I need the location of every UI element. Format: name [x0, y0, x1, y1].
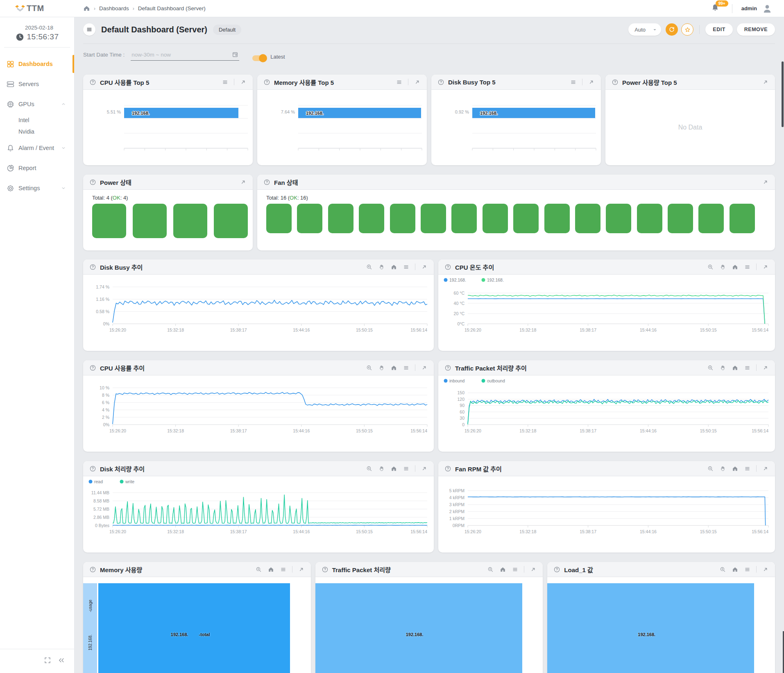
menu-icon[interactable] [222, 79, 229, 86]
help-icon[interactable] [322, 566, 329, 573]
status-square[interactable] [92, 204, 126, 238]
help-icon[interactable] [89, 79, 96, 86]
scrollbar-thumb[interactable] [782, 61, 784, 127]
help-icon[interactable] [263, 179, 270, 186]
menu-icon[interactable] [744, 465, 751, 472]
sidebar-item-nvidia[interactable]: Nvidia [0, 126, 74, 137]
home-icon[interactable] [732, 566, 739, 573]
sidebar-item-servers[interactable]: Servers [0, 75, 74, 93]
breadcrumb-dashboards[interactable]: Dashboards [99, 5, 129, 11]
expand-icon[interactable] [298, 566, 305, 573]
status-square[interactable] [575, 204, 600, 233]
treemap-strip[interactable]: -usage192.168. [83, 583, 97, 673]
home-icon[interactable] [732, 364, 739, 371]
home-icon[interactable] [390, 264, 397, 271]
menu-icon[interactable] [744, 364, 751, 371]
status-square[interactable] [637, 204, 662, 233]
status-square[interactable] [730, 204, 755, 233]
help-icon[interactable] [263, 79, 270, 86]
notifications-button[interactable]: 99+ [711, 3, 721, 14]
menu-icon[interactable] [744, 566, 751, 573]
status-square[interactable] [668, 204, 693, 233]
status-square[interactable] [513, 204, 539, 233]
home-icon[interactable] [390, 364, 397, 371]
zoom-in-icon[interactable] [707, 264, 714, 271]
expand-icon[interactable] [762, 566, 769, 573]
zoom-in-icon[interactable] [707, 465, 714, 472]
dashboard-list-button[interactable] [83, 23, 95, 36]
help-icon[interactable] [437, 79, 444, 86]
menu-icon[interactable] [403, 264, 410, 271]
status-square[interactable] [698, 204, 724, 233]
sidebar-item-gpus[interactable]: GPUs [0, 95, 74, 113]
home-icon[interactable] [83, 5, 90, 12]
expand-icon[interactable] [762, 364, 769, 371]
zoom-in-icon[interactable] [366, 264, 373, 271]
sidebar-item-dashboards[interactable]: Dashboards [0, 55, 74, 73]
help-icon[interactable] [444, 364, 451, 371]
pan-icon[interactable] [719, 465, 726, 472]
expand-icon[interactable] [762, 179, 769, 186]
expand-icon[interactable] [762, 465, 769, 472]
treemap-block[interactable]: 192.168. [315, 583, 522, 673]
zoom-in-icon[interactable] [366, 364, 373, 371]
zoom-in-icon[interactable] [255, 566, 262, 573]
home-icon[interactable] [732, 264, 739, 271]
zoom-in-icon[interactable] [719, 566, 726, 573]
user-avatar-icon[interactable] [762, 3, 773, 14]
help-icon[interactable] [553, 566, 560, 573]
help-icon[interactable] [89, 566, 96, 573]
status-square[interactable] [214, 204, 248, 238]
status-square[interactable] [133, 204, 167, 238]
menu-icon[interactable] [570, 79, 577, 86]
expand-icon[interactable] [762, 264, 769, 271]
collapse-sidebar-icon[interactable] [58, 657, 65, 664]
home-icon[interactable] [267, 566, 274, 573]
menu-icon[interactable] [403, 465, 410, 472]
status-square[interactable] [421, 204, 446, 233]
pan-icon[interactable] [378, 465, 385, 472]
app-logo[interactable]: TTM [0, 4, 75, 14]
status-square[interactable] [266, 204, 292, 233]
sidebar-item-intel[interactable]: Intel [0, 114, 74, 126]
status-square[interactable] [328, 204, 353, 233]
menu-icon[interactable] [280, 566, 287, 573]
latest-toggle[interactable] [252, 55, 266, 61]
zoom-in-icon[interactable] [707, 364, 714, 371]
start-date-input[interactable]: now-30m ~ now [131, 50, 239, 61]
treemap-block[interactable]: 192.168.-total [98, 583, 290, 673]
expand-icon[interactable] [421, 364, 428, 371]
edit-button[interactable]: EDIT [705, 23, 732, 36]
help-icon[interactable] [612, 79, 619, 86]
help-icon[interactable] [89, 364, 96, 371]
expand-icon[interactable] [240, 179, 247, 186]
favorite-button[interactable] [681, 23, 693, 36]
menu-icon[interactable] [403, 364, 410, 371]
pan-icon[interactable] [719, 364, 726, 371]
home-icon[interactable] [390, 465, 397, 472]
help-icon[interactable] [89, 465, 96, 472]
help-icon[interactable] [444, 465, 451, 472]
home-icon[interactable] [732, 465, 739, 472]
status-square[interactable] [297, 204, 322, 233]
pan-icon[interactable] [719, 264, 726, 271]
status-square[interactable] [359, 204, 384, 233]
remove-button[interactable]: REMOVE [737, 23, 775, 36]
menu-icon[interactable] [512, 566, 519, 573]
expand-icon[interactable] [530, 566, 537, 573]
status-square[interactable] [483, 204, 508, 233]
treemap-block[interactable]: 192.168. [547, 583, 754, 673]
status-square[interactable] [606, 204, 631, 233]
auto-refresh-select[interactable]: Auto [628, 23, 661, 36]
expand-icon[interactable] [762, 79, 769, 86]
status-square[interactable] [544, 204, 570, 233]
expand-icon[interactable] [240, 79, 247, 86]
zoom-in-icon[interactable] [366, 465, 373, 472]
sidebar-item-report[interactable]: Report [0, 159, 74, 177]
expand-icon[interactable] [421, 264, 428, 271]
status-square[interactable] [451, 204, 477, 233]
zoom-in-icon[interactable] [487, 566, 494, 573]
home-icon[interactable] [499, 566, 506, 573]
fullscreen-icon[interactable] [44, 657, 51, 664]
help-icon[interactable] [444, 264, 451, 271]
